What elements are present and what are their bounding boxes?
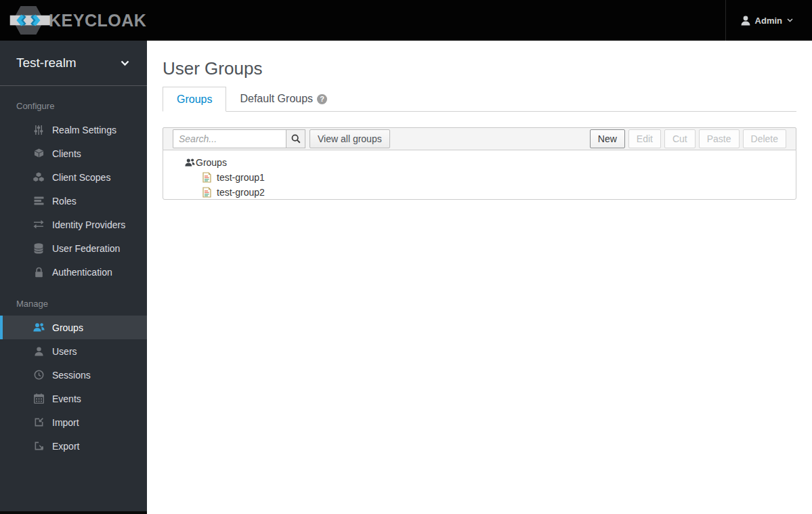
- search-button[interactable]: [286, 129, 305, 148]
- realm-name: Test-realm: [16, 56, 77, 70]
- groups-toolbar: View all groups New Edit Cut Paste Delet…: [163, 127, 796, 150]
- database-icon: [33, 243, 45, 254]
- keycloak-logo: KEYCLOAK: [0, 5, 146, 36]
- export-icon: [33, 441, 45, 451]
- sidebar-item-user-federation[interactable]: User Federation: [0, 236, 147, 260]
- user-icon: [33, 347, 45, 356]
- tab-label: Default Groups: [240, 93, 313, 105]
- paste-button[interactable]: Paste: [699, 129, 740, 148]
- cube-icon: [33, 148, 45, 158]
- sidebar-item-label: User Federation: [52, 243, 120, 254]
- sidebar-item-label: Users: [52, 346, 77, 357]
- question-circle-icon: [317, 94, 327, 104]
- sidebar-item-label: Import: [52, 417, 79, 428]
- users-icon: [33, 323, 45, 332]
- sidebar: Test-realm Configure Realm Settings Clie…: [0, 41, 147, 514]
- chevron-down-icon: [121, 60, 129, 66]
- clock-icon: [33, 370, 45, 380]
- sidebar-item-authentication[interactable]: Authentication: [0, 260, 147, 284]
- file-icon: [202, 187, 211, 198]
- user-menu-label: Admin: [755, 16, 782, 26]
- sidebar-item-sessions[interactable]: Sessions: [0, 363, 147, 387]
- sidebar-item-realm-settings[interactable]: Realm Settings: [0, 118, 147, 142]
- tree-node-groups-root[interactable]: Groups: [185, 155, 796, 170]
- sidebar-item-client-scopes[interactable]: Client Scopes: [0, 165, 147, 189]
- sliders-icon: [33, 125, 45, 135]
- brand-text: KEYCLOAK: [49, 11, 146, 30]
- file-icon: [202, 172, 211, 183]
- sidebar-item-label: Client Scopes: [52, 172, 110, 183]
- realm-selector[interactable]: Test-realm: [0, 41, 147, 86]
- sidebar-item-label: Roles: [52, 196, 77, 207]
- keycloak-hexagon-icon: [7, 5, 53, 36]
- sidebar-item-label: Authentication: [52, 267, 112, 278]
- cut-button[interactable]: Cut: [664, 129, 696, 148]
- sidebar-item-identity-providers[interactable]: Identity Providers: [0, 213, 147, 236]
- sidebar-item-label: Identity Providers: [52, 219, 125, 230]
- main-content: User Groups Groups Default Groups View a…: [147, 41, 812, 514]
- edit-button[interactable]: Edit: [628, 129, 661, 148]
- delete-button[interactable]: Delete: [743, 129, 786, 148]
- sidebar-item-clients[interactable]: Clients: [0, 142, 147, 165]
- lock-icon: [33, 267, 45, 278]
- new-button[interactable]: New: [590, 129, 625, 148]
- sidebar-section-configure: Configure: [0, 86, 147, 118]
- tab-groups[interactable]: Groups: [163, 87, 226, 112]
- import-icon: [33, 417, 45, 427]
- user-menu[interactable]: Admin: [725, 0, 812, 41]
- user-icon: [741, 16, 750, 26]
- tab-label: Groups: [177, 93, 212, 106]
- tree-action-buttons: New Edit Cut Paste Delete: [590, 129, 786, 148]
- tabs: Groups Default Groups: [163, 87, 796, 112]
- chevron-down-icon: [787, 18, 793, 22]
- tree-node-label: test-group1: [217, 172, 265, 183]
- sidebar-item-users[interactable]: Users: [0, 339, 147, 363]
- groups-tree: Groups test-group1 test-group2: [163, 150, 796, 200]
- search-icon: [291, 134, 301, 144]
- sidebar-item-export[interactable]: Export: [0, 434, 147, 458]
- top-navbar: KEYCLOAK Admin: [0, 0, 812, 41]
- page-title: User Groups: [163, 58, 796, 79]
- tree-children: test-group1 test-group2: [202, 170, 796, 200]
- search-input[interactable]: [173, 129, 286, 148]
- calendar-icon: [33, 393, 45, 404]
- sidebar-item-groups[interactable]: Groups: [0, 316, 147, 339]
- sidebar-item-label: Events: [52, 393, 81, 404]
- sidebar-item-label: Realm Settings: [52, 125, 116, 135]
- sidebar-section-manage: Manage: [0, 284, 147, 316]
- sidebar-item-import[interactable]: Import: [0, 410, 147, 434]
- sidebar-item-roles[interactable]: Roles: [0, 189, 147, 213]
- tree-node-test-group1[interactable]: test-group1: [202, 170, 796, 185]
- list-icon: [33, 196, 45, 205]
- sidebar-item-label: Sessions: [52, 370, 91, 381]
- users-icon: [185, 158, 195, 167]
- sidebar-item-label: Clients: [52, 148, 81, 159]
- tab-default-groups[interactable]: Default Groups: [226, 87, 341, 111]
- sidebar-item-label: Export: [52, 441, 79, 452]
- tree-node-label: test-group2: [217, 187, 265, 198]
- view-all-groups-button[interactable]: View all groups: [309, 129, 390, 148]
- sidebar-item-events[interactable]: Events: [0, 387, 147, 410]
- cubes-icon: [33, 172, 45, 182]
- tree-node-test-group2[interactable]: test-group2: [202, 185, 796, 200]
- exchange-icon: [33, 220, 45, 229]
- tree-node-label: Groups: [196, 157, 227, 168]
- sidebar-item-label: Groups: [52, 322, 83, 333]
